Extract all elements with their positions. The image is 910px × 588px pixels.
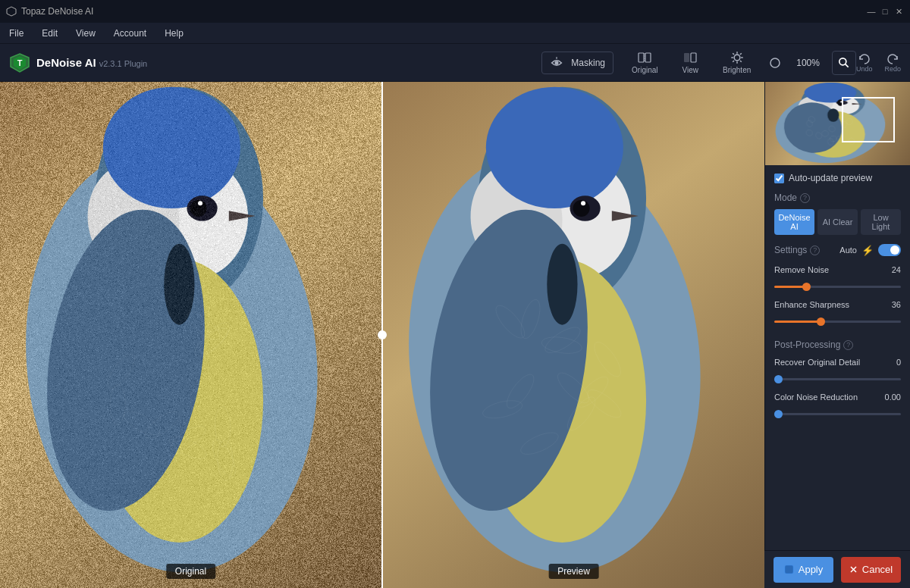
settings-help-icon[interactable]: ?	[810, 246, 820, 255]
circle-icon	[769, 57, 781, 69]
auto-settings: Auto ⚡	[839, 244, 901, 256]
auto-update-checkbox[interactable]	[774, 174, 784, 183]
post-processing-label: Post-Processing	[774, 339, 840, 350]
auto-update-label: Auto-update preview	[789, 173, 872, 183]
brighten-label: Brighten	[723, 66, 751, 74]
app-version: v2.3.1 Plugin	[99, 59, 148, 68]
menu-file[interactable]: File	[6, 27, 27, 40]
original-icon	[638, 51, 651, 64]
mode-buttons: DeNoise AI AI Clear Low Light	[765, 206, 910, 241]
split-divider[interactable]	[381, 82, 383, 588]
search-icon	[837, 56, 851, 70]
color-noise-value: 0.00	[885, 393, 901, 402]
toolbar-right: Undo Redo	[856, 52, 901, 73]
menu-account[interactable]: Account	[111, 27, 149, 40]
cancel-label: Cancel	[862, 564, 893, 575]
apply-button[interactable]: Apply	[774, 557, 833, 583]
preview-panel: Preview	[383, 82, 764, 588]
toolbar: T DeNoise AIv2.3.1 Plugin Masking Origin…	[0, 44, 910, 82]
original-image	[0, 82, 381, 588]
menu-edit[interactable]: Edit	[39, 27, 61, 40]
svg-text:T: T	[17, 58, 23, 67]
auto-update-row: Auto-update preview	[765, 165, 910, 188]
shield-icon: T	[9, 52, 30, 74]
cancel-button[interactable]: Cancel	[841, 557, 901, 583]
sidebar: Auto-update preview Mode ? DeNoise AI AI…	[764, 82, 910, 588]
view-icon	[683, 51, 697, 64]
zoom-display: 100%	[796, 58, 820, 68]
original-button[interactable]: Original	[626, 48, 664, 77]
preview-image	[383, 82, 764, 588]
masking-button[interactable]: Masking	[541, 52, 613, 74]
view-label: View	[682, 66, 699, 74]
app-icon	[6, 6, 17, 17]
recover-slider[interactable]	[774, 378, 901, 380]
svg-rect-10	[691, 53, 696, 62]
post-processing-header: Post-Processing ?	[765, 335, 910, 353]
remove-noise-label: Remove Noise	[774, 265, 829, 274]
masking-label: Masking	[571, 58, 605, 68]
svg-line-22	[846, 64, 849, 67]
svg-rect-7	[645, 53, 651, 62]
search-zoom-button[interactable]	[832, 51, 856, 75]
recover-value: 0	[896, 358, 901, 367]
svg-line-17	[740, 61, 742, 62]
remove-noise-slider[interactable]	[774, 286, 901, 288]
brighten-button[interactable]: Brighten	[717, 48, 757, 77]
undo-icon	[858, 52, 871, 64]
apply-label: Apply	[799, 564, 824, 575]
original-label: Original	[632, 66, 657, 74]
settings-label: Settings ?	[774, 245, 820, 255]
remove-noise-value: 24	[892, 265, 901, 274]
close-button[interactable]: ✕	[893, 6, 904, 17]
settings-text: Settings	[774, 245, 807, 255]
svg-point-11	[734, 55, 740, 61]
enhance-sharpness-value: 36	[892, 300, 901, 309]
mode-low-light[interactable]: Low Light	[861, 209, 901, 235]
app-title: DeNoise AIv2.3.1 Plugin	[36, 56, 147, 69]
auto-text: Auto	[839, 246, 857, 255]
main-content: Original Preview Auto-update preview	[0, 82, 910, 588]
menubar: File Edit View Account Help	[0, 23, 910, 44]
image-area: Original Preview	[0, 82, 764, 588]
mode-help-icon[interactable]: ?	[800, 193, 810, 203]
preview-label: Preview	[548, 564, 599, 579]
remove-noise-label-row: Remove Noise 24	[774, 265, 901, 274]
x-icon	[849, 565, 858, 574]
titlebar-title: Topaz DeNoise AI	[21, 6, 93, 17]
mode-ai-clear[interactable]: AI Clear	[817, 209, 858, 235]
enhance-sharpness-section: Enhance Sharpness 36	[765, 296, 910, 330]
recover-label: Recover Original Detail	[774, 358, 860, 367]
redo-button[interactable]: Redo	[884, 52, 901, 73]
enhance-sharpness-label: Enhance Sharpness	[774, 300, 849, 309]
toolbar-center: Masking Original View	[541, 48, 856, 77]
thumbnail-frame	[842, 97, 895, 142]
enhance-sharpness-slider[interactable]	[774, 321, 901, 323]
menu-view[interactable]: View	[73, 27, 99, 40]
color-noise-label-row: Color Noise Reduction 0.00	[774, 393, 901, 402]
mode-section-header: Mode ?	[765, 188, 910, 206]
svg-point-20	[770, 58, 780, 67]
view-button[interactable]: View	[676, 48, 705, 77]
redo-label: Redo	[884, 65, 901, 73]
color-noise-section: Color Noise Reduction 0.00	[765, 388, 910, 423]
svg-line-19	[733, 61, 734, 62]
maximize-button[interactable]: □	[880, 6, 890, 17]
mode-denoise-ai[interactable]: DeNoise AI	[774, 209, 814, 235]
sidebar-scroll: Auto-update preview Mode ? DeNoise AI AI…	[765, 165, 910, 588]
color-noise-slider[interactable]	[774, 413, 901, 415]
mode-label: Mode	[774, 192, 797, 203]
svg-line-18	[740, 53, 742, 55]
original-panel: Original	[0, 82, 381, 588]
post-help-icon[interactable]: ?	[843, 340, 853, 350]
svg-point-4	[555, 61, 559, 64]
titlebar: Topaz DeNoise AI — □ ✕	[0, 0, 910, 23]
undo-label: Undo	[856, 65, 873, 73]
menu-help[interactable]: Help	[162, 27, 187, 40]
minimize-button[interactable]: —	[866, 6, 877, 17]
svg-rect-9	[684, 53, 689, 62]
svg-line-16	[733, 53, 734, 55]
undo-button[interactable]: Undo	[856, 52, 873, 73]
auto-toggle[interactable]	[878, 244, 901, 256]
titlebar-controls[interactable]: — □ ✕	[866, 6, 904, 17]
